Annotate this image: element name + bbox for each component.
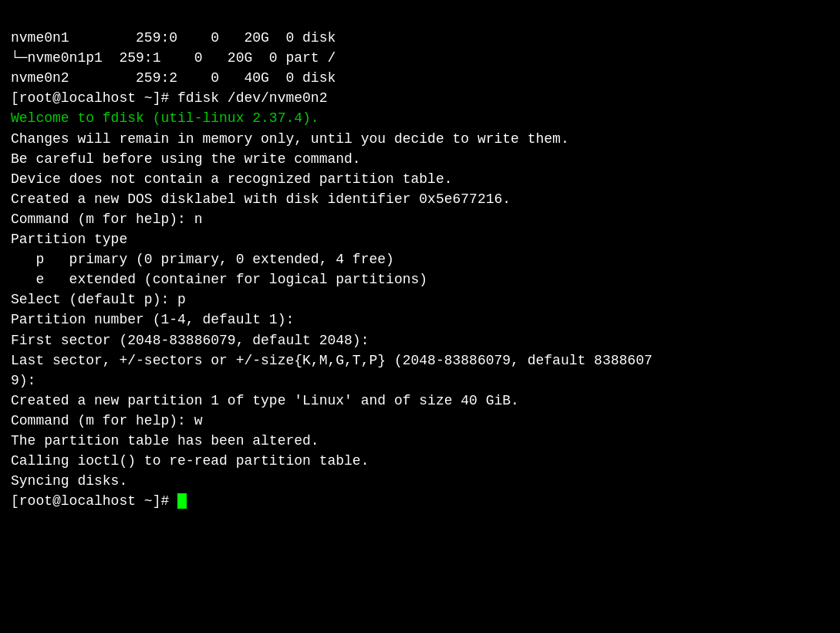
terminal-line: The partition table has been altered. bbox=[11, 431, 829, 451]
terminal-line: [root@localhost ~]# bbox=[11, 491, 829, 511]
terminal-line: nvme0n1 259:0 0 20G 0 disk bbox=[11, 28, 829, 48]
terminal-line: e extended (container for logical partit… bbox=[11, 269, 829, 289]
terminal-line: p primary (0 primary, 0 extended, 4 free… bbox=[11, 249, 829, 269]
terminal-cursor bbox=[177, 493, 187, 509]
terminal-line: Be careful before using the write comman… bbox=[11, 149, 829, 169]
terminal-line: Created a new partition 1 of type 'Linux… bbox=[11, 391, 829, 411]
terminal-line: 9): bbox=[11, 371, 829, 391]
terminal-line: Created a new DOS disklabel with disk id… bbox=[11, 189, 829, 209]
terminal-line: Command (m for help): w bbox=[11, 411, 829, 431]
terminal-line: Select (default p): p bbox=[11, 289, 829, 310]
terminal-line: Device does not contain a recognized par… bbox=[11, 169, 829, 189]
terminal-line: Partition number (1-4, default 1): bbox=[11, 310, 829, 330]
terminal-line: Calling ioctl() to re-read partition tab… bbox=[11, 451, 829, 471]
terminal-line: Last sector, +/-sectors or +/-size{K,M,G… bbox=[11, 350, 829, 371]
terminal-window[interactable]: nvme0n1 259:0 0 20G 0 disk└─nvme0n1p1 25… bbox=[0, 0, 840, 633]
terminal-line: └─nvme0n1p1 259:1 0 20G 0 part / bbox=[11, 48, 829, 68]
terminal-line: Welcome to fdisk (util-linux 2.37.4). bbox=[11, 108, 829, 128]
terminal-line: nvme0n2 259:2 0 40G 0 disk bbox=[11, 68, 829, 88]
terminal-line: Command (m for help): n bbox=[11, 209, 829, 229]
terminal-line: Syncing disks. bbox=[11, 471, 829, 491]
terminal-line: [root@localhost ~]# fdisk /dev/nvme0n2 bbox=[11, 88, 829, 108]
terminal-line: First sector (2048-83886079, default 204… bbox=[11, 330, 829, 350]
terminal-line: Partition type bbox=[11, 229, 829, 249]
terminal-line: Changes will remain in memory only, unti… bbox=[11, 129, 829, 149]
